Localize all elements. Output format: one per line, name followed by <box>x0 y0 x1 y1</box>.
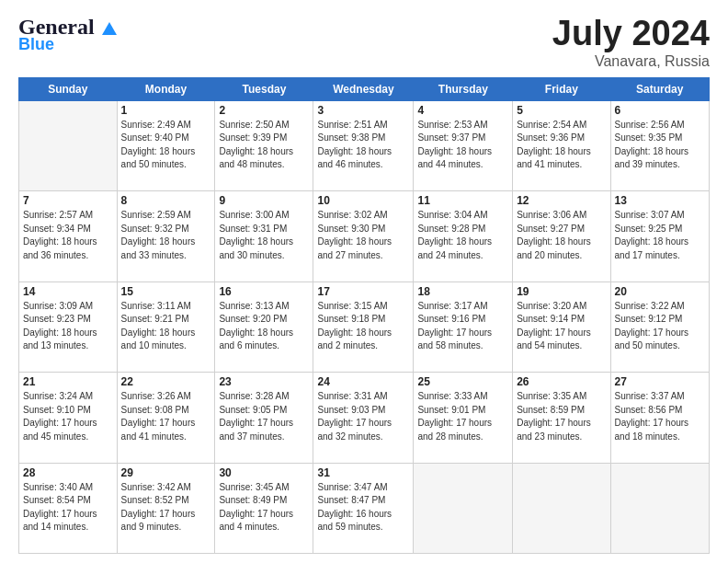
day-number: 23 <box>219 375 309 388</box>
calendar-cell: 15Sunrise: 3:11 AMSunset: 9:21 PMDayligh… <box>117 282 215 372</box>
day-header-friday: Friday <box>513 77 610 100</box>
day-number: 7 <box>23 194 113 207</box>
calendar-cell: 3Sunrise: 2:51 AMSunset: 9:38 PMDaylight… <box>313 100 414 190</box>
calendar-cell: 20Sunrise: 3:22 AMSunset: 9:12 PMDayligh… <box>610 282 709 372</box>
calendar-cell: 17Sunrise: 3:15 AMSunset: 9:18 PMDayligh… <box>313 282 414 372</box>
day-number: 15 <box>121 285 211 298</box>
day-number: 21 <box>23 375 113 388</box>
logo-triangle-icon <box>101 20 118 37</box>
day-number: 14 <box>23 285 113 298</box>
week-row-3: 14Sunrise: 3:09 AMSunset: 9:23 PMDayligh… <box>19 282 710 372</box>
day-info: Sunrise: 3:11 AMSunset: 9:21 PMDaylight:… <box>121 300 211 353</box>
calendar-body: 1Sunrise: 2:49 AMSunset: 9:40 PMDaylight… <box>19 100 710 553</box>
calendar-cell: 21Sunrise: 3:24 AMSunset: 9:10 PMDayligh… <box>19 373 118 463</box>
calendar-cell: 1Sunrise: 2:49 AMSunset: 9:40 PMDaylight… <box>117 100 215 190</box>
day-info: Sunrise: 3:20 AMSunset: 9:14 PMDaylight:… <box>517 300 606 353</box>
calendar-cell: 10Sunrise: 3:02 AMSunset: 9:30 PMDayligh… <box>313 191 414 282</box>
day-number: 22 <box>121 375 211 388</box>
day-info: Sunrise: 3:22 AMSunset: 9:12 PMDaylight:… <box>615 300 705 353</box>
calendar-cell: 2Sunrise: 2:50 AMSunset: 9:39 PMDaylight… <box>215 100 313 190</box>
calendar-cell <box>19 100 118 190</box>
calendar-cell: 14Sunrise: 3:09 AMSunset: 9:23 PMDayligh… <box>19 282 118 372</box>
calendar-cell <box>414 463 513 553</box>
header: General Blue July 2024 Vanavara, Russia <box>18 15 710 70</box>
day-number: 8 <box>121 194 211 207</box>
day-number: 30 <box>219 466 309 479</box>
calendar-cell: 30Sunrise: 3:45 AMSunset: 8:49 PMDayligh… <box>215 463 313 553</box>
calendar-cell: 22Sunrise: 3:26 AMSunset: 9:08 PMDayligh… <box>117 373 215 463</box>
week-row-2: 7Sunrise: 2:57 AMSunset: 9:34 PMDaylight… <box>19 191 710 282</box>
day-header-saturday: Saturday <box>610 77 709 100</box>
day-header-wednesday: Wednesday <box>313 77 414 100</box>
day-info: Sunrise: 3:04 AMSunset: 9:28 PMDaylight:… <box>417 209 508 262</box>
week-row-5: 28Sunrise: 3:40 AMSunset: 8:54 PMDayligh… <box>19 463 710 553</box>
day-number: 1 <box>121 104 211 117</box>
day-info: Sunrise: 2:49 AMSunset: 9:40 PMDaylight:… <box>121 119 211 172</box>
calendar-header: SundayMondayTuesdayWednesdayThursdayFrid… <box>19 77 710 100</box>
day-info: Sunrise: 2:50 AMSunset: 9:39 PMDaylight:… <box>219 119 309 172</box>
month-year: July 2024 <box>552 15 710 53</box>
day-number: 12 <box>517 194 606 207</box>
calendar-cell: 31Sunrise: 3:47 AMSunset: 8:47 PMDayligh… <box>313 463 414 553</box>
logo: General Blue <box>18 15 119 52</box>
calendar-cell: 11Sunrise: 3:04 AMSunset: 9:28 PMDayligh… <box>414 191 513 282</box>
day-number: 9 <box>219 194 309 207</box>
day-number: 6 <box>615 104 705 117</box>
day-number: 11 <box>417 194 508 207</box>
calendar-cell: 27Sunrise: 3:37 AMSunset: 8:56 PMDayligh… <box>610 373 709 463</box>
day-info: Sunrise: 3:00 AMSunset: 9:31 PMDaylight:… <box>219 209 309 262</box>
day-info: Sunrise: 3:37 AMSunset: 8:56 PMDaylight:… <box>615 390 705 443</box>
day-number: 19 <box>517 285 606 298</box>
day-number: 26 <box>517 375 606 388</box>
day-info: Sunrise: 3:15 AMSunset: 9:18 PMDaylight:… <box>317 300 409 353</box>
day-info: Sunrise: 3:31 AMSunset: 9:03 PMDaylight:… <box>317 390 409 443</box>
day-info: Sunrise: 3:13 AMSunset: 9:20 PMDaylight:… <box>219 300 309 353</box>
day-info: Sunrise: 3:24 AMSunset: 9:10 PMDaylight:… <box>23 390 113 443</box>
calendar-cell: 29Sunrise: 3:42 AMSunset: 8:52 PMDayligh… <box>117 463 215 553</box>
day-number: 27 <box>615 375 705 388</box>
day-header-sunday: Sunday <box>19 77 118 100</box>
day-info: Sunrise: 2:57 AMSunset: 9:34 PMDaylight:… <box>23 209 113 262</box>
day-number: 31 <box>317 466 409 479</box>
calendar-cell: 24Sunrise: 3:31 AMSunset: 9:03 PMDayligh… <box>313 373 414 463</box>
day-info: Sunrise: 3:06 AMSunset: 9:27 PMDaylight:… <box>517 209 606 262</box>
day-number: 4 <box>417 104 508 117</box>
calendar-cell: 7Sunrise: 2:57 AMSunset: 9:34 PMDaylight… <box>19 191 118 282</box>
day-info: Sunrise: 3:07 AMSunset: 9:25 PMDaylight:… <box>615 209 705 262</box>
calendar-cell: 5Sunrise: 2:54 AMSunset: 9:36 PMDaylight… <box>513 100 610 190</box>
day-number: 28 <box>23 466 113 479</box>
svg-marker-0 <box>102 22 117 35</box>
day-number: 25 <box>417 375 508 388</box>
day-number: 18 <box>417 285 508 298</box>
day-number: 13 <box>615 194 705 207</box>
page: General Blue July 2024 Vanavara, Russia … <box>0 0 728 563</box>
day-info: Sunrise: 3:45 AMSunset: 8:49 PMDaylight:… <box>219 481 309 534</box>
calendar-cell: 13Sunrise: 3:07 AMSunset: 9:25 PMDayligh… <box>610 191 709 282</box>
day-number: 2 <box>219 104 309 117</box>
calendar-cell <box>513 463 610 553</box>
day-number: 17 <box>317 285 409 298</box>
calendar-cell: 9Sunrise: 3:00 AMSunset: 9:31 PMDaylight… <box>215 191 313 282</box>
day-info: Sunrise: 3:26 AMSunset: 9:08 PMDaylight:… <box>121 390 211 443</box>
day-number: 29 <box>121 466 211 479</box>
header-row: SundayMondayTuesdayWednesdayThursdayFrid… <box>19 77 710 100</box>
calendar-cell: 19Sunrise: 3:20 AMSunset: 9:14 PMDayligh… <box>513 282 610 372</box>
day-info: Sunrise: 3:28 AMSunset: 9:05 PMDaylight:… <box>219 390 309 443</box>
calendar-cell: 26Sunrise: 3:35 AMSunset: 8:59 PMDayligh… <box>513 373 610 463</box>
day-info: Sunrise: 2:51 AMSunset: 9:38 PMDaylight:… <box>317 119 409 172</box>
calendar-table: SundayMondayTuesdayWednesdayThursdayFrid… <box>18 77 710 554</box>
day-number: 24 <box>317 375 409 388</box>
day-number: 3 <box>317 104 409 117</box>
calendar-cell: 28Sunrise: 3:40 AMSunset: 8:54 PMDayligh… <box>19 463 118 553</box>
day-info: Sunrise: 3:33 AMSunset: 9:01 PMDaylight:… <box>417 390 508 443</box>
calendar-cell: 25Sunrise: 3:33 AMSunset: 9:01 PMDayligh… <box>414 373 513 463</box>
day-info: Sunrise: 3:42 AMSunset: 8:52 PMDaylight:… <box>121 481 211 534</box>
location: Vanavara, Russia <box>552 53 710 70</box>
day-number: 16 <box>219 285 309 298</box>
calendar-cell: 8Sunrise: 2:59 AMSunset: 9:32 PMDaylight… <box>117 191 215 282</box>
logo-blue-text: Blue <box>18 36 54 52</box>
calendar-cell <box>610 463 709 553</box>
day-info: Sunrise: 3:47 AMSunset: 8:47 PMDaylight:… <box>317 481 409 534</box>
calendar-cell: 4Sunrise: 2:53 AMSunset: 9:37 PMDaylight… <box>414 100 513 190</box>
day-number: 20 <box>615 285 705 298</box>
